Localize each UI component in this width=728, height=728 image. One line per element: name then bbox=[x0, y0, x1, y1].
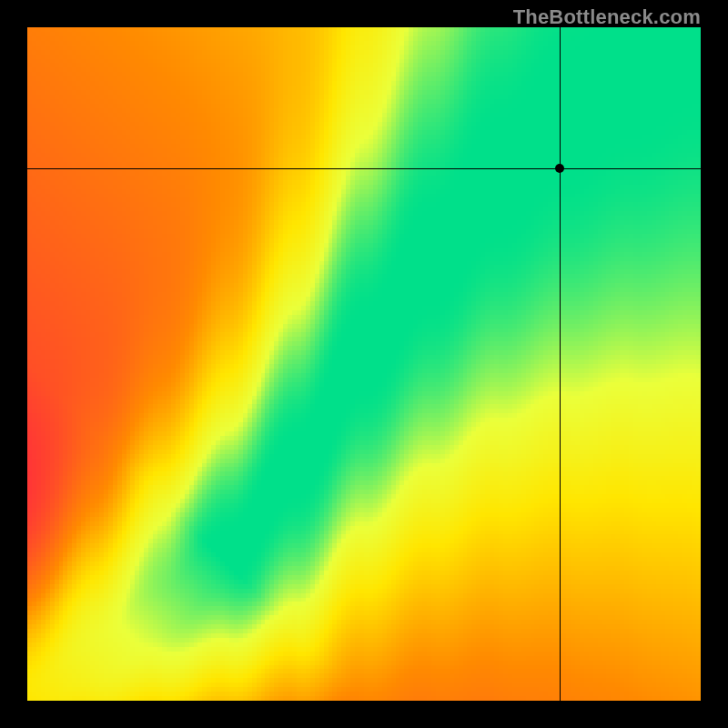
crosshair-vertical bbox=[560, 27, 561, 701]
heatmap-canvas bbox=[27, 27, 701, 701]
plot-area bbox=[27, 27, 701, 701]
chart-frame: TheBottleneck.com bbox=[0, 0, 728, 728]
marker-dot bbox=[555, 164, 564, 173]
watermark-text: TheBottleneck.com bbox=[513, 5, 701, 29]
crosshair-horizontal bbox=[27, 168, 701, 169]
